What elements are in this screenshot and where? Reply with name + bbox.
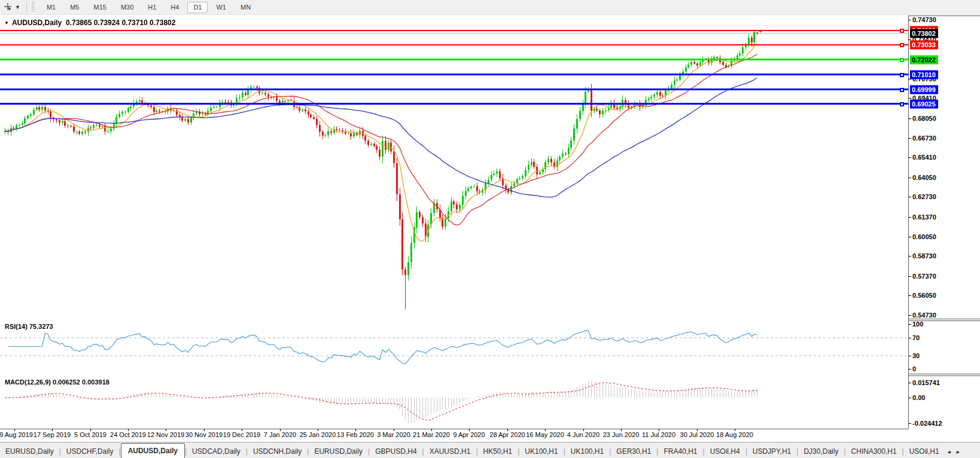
macd-tick-label: 0.00 [912,394,925,401]
chart-header: ▼AUDUSD,Daily 0.73865 0.73924 0.73710 0.… [4,19,175,27]
date-label: 19 Dec 2019 [223,431,260,438]
date-label: 3 Mar 2020 [377,431,410,438]
price-chart-canvas[interactable] [0,16,908,429]
macd-tick [908,383,911,383]
level-line-anchor[interactable] [900,29,904,33]
date-label: 5 Oct 2019 [74,431,106,438]
price-tick-label: 0.60050 [912,233,936,240]
date-label: 11 Jul 2020 [642,431,675,438]
level-line-anchor[interactable] [900,88,904,92]
timeframe-button-m1[interactable]: M1 [41,2,62,13]
tab-scroll-right[interactable]: ▸ [954,448,963,458]
price-tick [908,295,911,296]
date-label: 13 Feb 2020 [337,431,374,438]
chart-tab-hk50-h1[interactable]: HK50,H1 [478,445,518,458]
macd-tick-label: -0.024412 [912,420,942,427]
price-tick-label: 0.54730 [912,312,936,319]
chart-tab-uk100-h1[interactable]: UK100,H1 [565,445,609,458]
price-tick-label: 0.61370 [912,213,936,221]
level-line-anchor[interactable] [900,58,904,62]
collapse-triangle-icon[interactable]: ▼ [4,20,9,26]
chart-tab-gbpusd-h4[interactable]: GBPUSD,H4 [370,445,422,458]
date-label: 17 Sep 2019 [34,431,71,438]
chart-tab-audusd-daily[interactable]: AUDUSD,Daily [121,443,185,458]
price-tick [908,237,911,237]
price-tick [908,217,911,218]
chart-ohlc-values: 0.73865 0.73924 0.73710 0.73802 [66,19,176,27]
macd-tick [908,398,911,398]
timeframe-button-m5[interactable]: M5 [64,2,85,13]
chart-tab-usdjpy-h1[interactable]: USDJPY,H1 [747,445,796,458]
chart-tab-uk100-h1[interactable]: UK100,H1 [519,445,563,458]
date-label: 29 Aug 2019 [0,431,33,438]
rsi-tick [908,324,911,325]
chart-tab-xauusd-h1[interactable]: XAUUSD,H1 [424,445,476,458]
last-price-marker: + [759,28,762,35]
price-tick-label: 0.56050 [912,292,936,299]
price-tick-label: 0.68050 [912,115,936,122]
date-label: 24 Oct 2019 [110,431,146,438]
price-tick-label: 0.57370 [912,273,936,280]
timeframe-buttons: M1M5M15M30H1H4D1W1MN [39,0,258,14]
chart-tab-dj30-daily[interactable]: DJ30,Daily [798,445,844,458]
price-tick [908,315,911,316]
price-tick [908,98,911,99]
macd-tick-label: 0.015741 [912,379,940,386]
symbol-tab-bar: EURUSD,Daily|USDCHF,Daily|AUDUSD,Daily|U… [0,442,980,458]
dropdown-caret-icon[interactable]: ▼ [15,4,20,10]
rsi-tick-label: 100 [912,320,923,328]
price-tick [908,118,911,119]
price-tick-label: 0.66730 [912,135,936,142]
level-price-box: 0.69025 [910,100,938,109]
timeframe-button-h1[interactable]: H1 [142,2,162,13]
level-price-box: 0.73033 [910,41,938,50]
price-tick [908,138,911,139]
level-line-anchor[interactable] [900,73,904,77]
chart-tab-eurusd-daily[interactable]: EURUSD,Daily [0,445,59,458]
timeframe-button-m30[interactable]: M30 [115,2,139,13]
macd-tick [908,423,911,424]
level-line-anchor[interactable] [900,43,904,47]
chart-tab-china300-h1[interactable]: CHINA300,H1 [846,445,902,458]
macd-label: MACD(12,26,9) 0.006252 0.003918 [5,378,109,386]
level-price-box: 0.71010 [910,71,938,80]
level-price-box: 0.72022 [910,56,938,65]
date-label: 21 Mar 2020 [413,431,450,438]
chart-tab-usoil-h4[interactable]: USOil,H4 [705,445,745,458]
toolbar-separator [26,2,27,13]
chart-tab-ger30-h1[interactable]: GER30,H1 [611,445,656,458]
chart-tab-usdcad-daily[interactable]: USDCAD,Daily [187,445,246,458]
rsi-tick [908,356,911,356]
timeframe-button-m15[interactable]: M15 [87,2,112,13]
timeframe-button-h4[interactable]: H4 [165,2,185,13]
rsi-tick-label: 30 [912,352,920,359]
timeframe-button-w1[interactable]: W1 [210,2,232,13]
date-label: 7 Jan 2020 [264,431,296,438]
price-tick [908,178,911,178]
price-axis-line [908,16,909,429]
chart-tab-usdcnh-daily[interactable]: USDCNH,Daily [248,445,307,458]
chart-tab-usoil-h1[interactable]: USOil,H1 [904,445,945,458]
price-tick-label: 0.58730 [912,252,936,259]
chart-tab-eurusd-daily[interactable]: EURUSD,Daily [309,445,368,458]
date-label: 30 Jul 2020 [680,431,714,438]
toolbar-grip-handle[interactable] [32,2,35,13]
current-price-box: 0.73802 [910,29,938,38]
date-label: 23 Jun 2020 [603,431,640,438]
rsi-tick [908,338,911,338]
price-tick-label: 0.64050 [912,174,936,181]
chart-tab-fra40-h1[interactable]: FRA40,H1 [658,445,702,458]
crosshair-tool-icon[interactable] [4,2,12,12]
timeframe-toolbar: ▼ M1M5M15M30H1H4D1W1MN [0,0,980,15]
rsi-tick-label: 0 [912,365,916,372]
level-line-anchor[interactable] [900,102,904,106]
rsi-label: RSI(14) 75.3273 [5,323,53,330]
mt4-window: ▼ M1M5M15M30H1H4D1W1MN ▼AUDUSD,Daily 0.7… [0,0,980,458]
timeframe-button-mn[interactable]: MN [235,2,257,13]
date-label: 18 Aug 2020 [716,431,753,438]
chart-tab-usdchf-daily[interactable]: USDCHF,Daily [61,445,119,458]
price-tick-label: 0.62730 [912,193,936,200]
tab-scroll-left[interactable]: ◂ [945,448,954,458]
date-label: 9 Apr 2020 [453,431,485,438]
timeframe-button-d1[interactable]: D1 [187,2,208,13]
